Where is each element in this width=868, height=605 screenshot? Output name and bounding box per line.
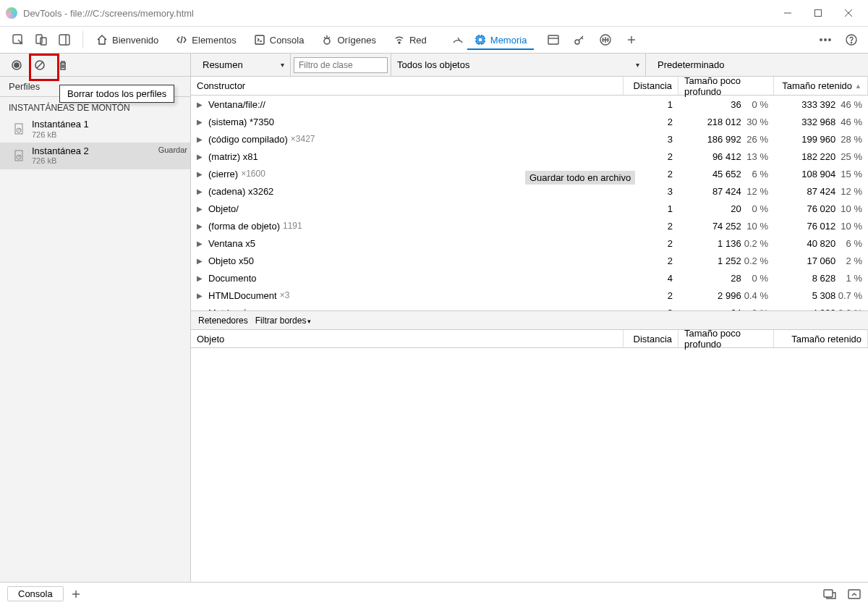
table-row[interactable]: ▶(matriz) x81296 41213 %182 22025 % [191, 148, 868, 165]
table-row[interactable]: ▶HTMLDocument×322 9960.4 %5 3080.7 % [191, 287, 868, 304]
app-favicon [6, 7, 17, 19]
objects-dropdown[interactable]: Todos los objetos [391, 54, 646, 76]
save-all-button[interactable]: Guardar todo en archivo [525, 171, 635, 185]
tab-network[interactable]: Red [386, 30, 434, 50]
expander-icon[interactable]: ▶ [197, 222, 205, 230]
tab-welcome[interactable]: Bienvenido [89, 30, 166, 50]
table-row[interactable]: ▶Objeto/1200 %76 02010 % [191, 200, 868, 217]
profiles-header: Perfiles [9, 81, 40, 92]
expander-icon[interactable]: ▶ [197, 187, 205, 195]
table-row[interactable]: ▶Ventana x521 1360.2 %40 8206 % [191, 234, 868, 252]
sidebar: Perfiles INSTANTÁNEAS DE MONTÓN Instantá… [0, 54, 191, 582]
expander-icon[interactable]: ▶ [197, 135, 205, 143]
retainers-bar: Retenedores Filtrar bordes [191, 310, 868, 329]
svg-point-11 [399, 42, 400, 43]
tooltip-clear-profiles: Borrar todos los perfiles [59, 85, 174, 103]
tab-memory-label: Memoria [490, 35, 527, 46]
retainers-filter-dropdown[interactable]: Filtrar bordes [255, 316, 312, 326]
table-body[interactable]: ▶Ventana/file://1360 %333 39246 %▶(siste… [191, 96, 868, 310]
header-distance[interactable]: Distancia [624, 77, 678, 95]
inspect-icon[interactable] [12, 33, 25, 46]
snapshot-1-name: Instantánea 1 [32, 119, 89, 130]
default-label: Predeterminado [646, 54, 862, 76]
more-icon[interactable] [819, 33, 832, 46]
svg-point-21 [825, 39, 826, 41]
class-filter-input[interactable] [294, 57, 388, 73]
tab-elements[interactable]: Elementos [169, 30, 243, 50]
svg-rect-36 [848, 590, 860, 598]
snapshot-save-link[interactable]: Guardar [158, 145, 187, 154]
close-button[interactable] [843, 8, 854, 18]
tab-elements-label: Elementos [192, 35, 236, 46]
expander-icon[interactable]: ▶ [197, 118, 205, 126]
drawer-console-tab[interactable]: Consola [7, 586, 64, 601]
help-icon[interactable] [845, 33, 858, 46]
table-row[interactable]: ▶Matriz×43640 %4 2000.6 % [191, 304, 868, 310]
lower-header-distance[interactable]: Distancia [624, 330, 678, 347]
table-row[interactable]: ▶Ventana/file://1360 %333 39246 % [191, 96, 868, 113]
snapshot-2-size: 726 kB [32, 156, 89, 166]
add-tab-icon[interactable] [625, 33, 638, 46]
lighthouse-icon[interactable] [599, 33, 612, 46]
add-drawer-icon[interactable] [69, 588, 82, 601]
performance-icon[interactable] [451, 33, 464, 46]
snapshot-item-2[interactable]: Instantánea 2 726 kB Guardar [0, 143, 190, 169]
snapshot-1-size: 726 kB [32, 130, 89, 140]
statusbar: Consola [0, 582, 868, 605]
view-dropdown[interactable]: Resumen [197, 54, 291, 76]
expander-icon[interactable]: ▶ [197, 257, 205, 265]
issues-icon[interactable] [823, 588, 836, 601]
snapshot-item-1[interactable]: Instantánea 1 726 kB [0, 116, 190, 143]
table-row[interactable]: ▶Objeto x5021 2520.2 %17 0602 % [191, 252, 868, 269]
table-row[interactable]: ▶(cadena) x3262387 42412 %87 42412 % [191, 182, 868, 200]
expander-icon[interactable]: ▶ [197, 309, 205, 311]
application-icon[interactable] [547, 33, 560, 46]
table-row[interactable]: ▶Documento4280 %8 6281 % [191, 269, 868, 287]
sort-indicator-icon: ▲ [855, 82, 861, 90]
expand-drawer-icon[interactable] [848, 588, 861, 601]
svg-point-26 [14, 63, 19, 67]
header-retained[interactable]: Tamaño retenido▲ [774, 77, 868, 95]
tab-console[interactable]: Consola [247, 30, 312, 50]
expander-icon[interactable]: ▶ [197, 274, 205, 282]
svg-rect-5 [36, 35, 42, 43]
header-constructor[interactable]: Constructor [191, 77, 624, 95]
dock-icon[interactable] [58, 33, 71, 46]
svg-rect-9 [255, 35, 264, 44]
lower-header-shallow[interactable]: Tamaño poco profundo [678, 330, 774, 347]
retainers-label: Retenedores [198, 316, 248, 326]
tab-sources[interactable]: Orígenes [314, 30, 383, 50]
record-icon[interactable] [10, 59, 23, 72]
snapshot-2-name: Instantánea 2 [32, 145, 89, 157]
svg-rect-14 [548, 35, 558, 44]
tab-sources-label: Orígenes [337, 35, 375, 46]
highlight-box [29, 54, 59, 81]
minimize-button[interactable] [783, 8, 793, 18]
retainers-body [191, 348, 868, 582]
expander-icon[interactable]: ▶ [197, 240, 205, 248]
lower-header-object[interactable]: Objeto [191, 330, 624, 347]
device-icon[interactable] [35, 33, 48, 46]
tab-network-label: Red [409, 35, 427, 46]
tab-memory[interactable]: Memoria [467, 30, 535, 50]
content-area: Resumen Todos los objetos Predeterminado… [191, 54, 868, 582]
lower-header-retained[interactable]: Tamaño retenido [774, 330, 868, 347]
svg-point-20 [820, 39, 822, 41]
security-icon[interactable] [573, 33, 586, 46]
svg-rect-1 [815, 10, 822, 17]
expander-icon[interactable]: ▶ [197, 170, 205, 178]
expander-icon[interactable]: ▶ [197, 292, 205, 300]
filter-bar: Resumen Todos los objetos Predeterminado [191, 54, 868, 77]
table-row[interactable]: ▶(forma de objeto)1191274 25210 %76 0121… [191, 217, 868, 234]
table-row[interactable]: ▶(sistema) *73502218 01230 %332 96846 % [191, 113, 868, 130]
snapshot-icon [13, 149, 26, 162]
expander-icon[interactable]: ▶ [197, 153, 205, 161]
expander-icon[interactable]: ▶ [197, 205, 205, 213]
titlebar: DevTools - file:///C:/screens/memory.htm… [0, 0, 868, 26]
svg-point-24 [851, 42, 851, 43]
table-row[interactable]: ▶(código compilado)×34273186 99226 %199 … [191, 130, 868, 148]
expander-icon[interactable]: ▶ [197, 101, 205, 109]
header-shallow[interactable]: Tamaño poco profundo [678, 77, 774, 95]
maximize-button[interactable] [813, 8, 823, 18]
window-title: DevTools - file:///C:/screens/memory.htm… [23, 8, 194, 19]
